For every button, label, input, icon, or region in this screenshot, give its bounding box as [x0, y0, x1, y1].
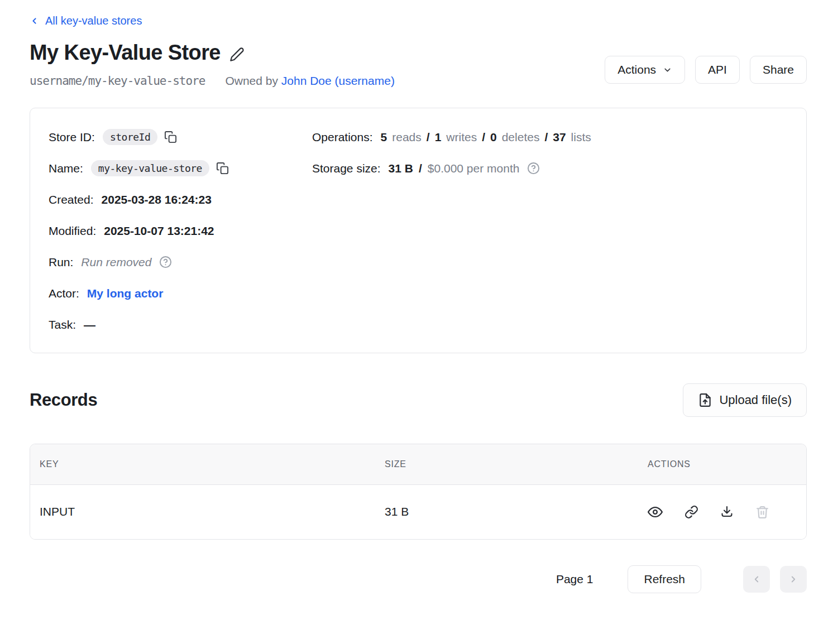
reads-label: reads: [392, 131, 422, 144]
eye-icon: [648, 504, 663, 520]
store-details-card: Store ID: storeId Name: my-key-value-sto…: [30, 108, 807, 353]
kv-store-detail-page: All key-value stores My Key-Value Store …: [0, 0, 833, 593]
link-icon: [684, 505, 698, 519]
separator: /: [544, 131, 548, 144]
operations-row: Operations: 5 reads / 1 writes / 0 delet…: [312, 122, 788, 153]
owned-by-label: Owned by: [225, 74, 278, 87]
task-value: —: [84, 318, 95, 331]
storage-size-value: 31 B: [389, 162, 413, 175]
task-row: Task: —: [49, 309, 312, 340]
delete-record-button[interactable]: [755, 505, 769, 519]
writes-count: 1: [435, 131, 442, 144]
writes-label: writes: [446, 131, 477, 144]
copy-icon: [164, 131, 177, 143]
back-link[interactable]: All key-value stores: [30, 15, 142, 27]
copy-store-id-button[interactable]: [164, 131, 177, 143]
record-actions: [648, 504, 769, 520]
trash-icon: [755, 505, 769, 519]
subtitle-row: username/my-key-value-store Owned by Joh…: [30, 74, 395, 88]
records-heading: Records: [30, 390, 97, 410]
title-block: My Key-Value Store username/my-key-value…: [30, 40, 395, 88]
copy-icon: [216, 162, 229, 175]
chevron-left-icon: [30, 16, 39, 26]
records-section-header: Records Upload file(s): [30, 383, 807, 417]
modified-label: Modified:: [49, 224, 96, 238]
table-row: INPUT 31 B: [30, 485, 806, 539]
name-value: my-key-value-store: [91, 160, 209, 176]
store-id-label: Store ID:: [49, 131, 95, 144]
records-table: KEY SIZE ACTIONS INPUT 31 B: [30, 444, 807, 540]
name-row: Name: my-key-value-store: [49, 153, 312, 184]
run-value: Run removed: [81, 256, 151, 269]
details-left-column: Store ID: storeId Name: my-key-value-sto…: [49, 122, 312, 340]
actions-button-label: Actions: [617, 63, 656, 76]
actor-link[interactable]: My long actor: [87, 287, 164, 300]
refresh-button[interactable]: Refresh: [628, 565, 701, 593]
store-path: username/my-key-value-store: [30, 74, 205, 88]
copy-name-button[interactable]: [216, 162, 229, 175]
back-link-label: All key-value stores: [45, 15, 142, 27]
created-label: Created:: [49, 193, 94, 206]
separator: /: [427, 131, 430, 144]
table-header-row: KEY SIZE ACTIONS: [30, 444, 806, 485]
details-right-column: Operations: 5 reads / 1 writes / 0 delet…: [312, 122, 788, 184]
run-row: Run: Run removed: [49, 247, 312, 278]
column-header-key: KEY: [40, 459, 385, 469]
pager: [743, 566, 807, 593]
header-buttons: Actions API Share: [605, 56, 807, 84]
name-label: Name:: [49, 162, 83, 175]
record-key: INPUT: [40, 505, 385, 518]
upload-files-button[interactable]: Upload file(s): [683, 383, 807, 417]
actor-row: Actor: My long actor: [49, 278, 312, 309]
pencil-icon[interactable]: [229, 47, 245, 62]
help-circle-icon[interactable]: [159, 256, 172, 268]
created-value: 2025-03-28 16:24:23: [102, 193, 212, 206]
run-label: Run:: [49, 256, 73, 269]
column-header-size: SIZE: [385, 459, 638, 469]
header-row: My Key-Value Store username/my-key-value…: [30, 40, 807, 88]
record-actions-cell: [638, 504, 806, 520]
operations-values: 5 reads / 1 writes / 0 deletes / 37 list…: [381, 131, 591, 144]
store-id-value: storeId: [103, 129, 157, 145]
operations-label: Operations:: [312, 131, 373, 144]
storage-size-label: Storage size:: [312, 162, 381, 175]
chevron-left-icon: [751, 574, 762, 584]
download-record-button[interactable]: [720, 505, 734, 518]
download-icon: [720, 505, 734, 518]
help-circle-icon[interactable]: [527, 162, 540, 175]
page-title-text: My Key-Value Store: [30, 40, 221, 66]
upload-files-label: Upload file(s): [719, 393, 792, 407]
separator: /: [482, 131, 485, 144]
chevron-down-icon: [663, 65, 672, 75]
lists-label: lists: [571, 131, 591, 144]
api-button[interactable]: API: [695, 56, 740, 84]
owner-link[interactable]: John Doe (username): [281, 74, 395, 87]
next-page-button[interactable]: [780, 566, 807, 593]
lists-count: 37: [553, 131, 566, 144]
page-title: My Key-Value Store: [30, 40, 395, 66]
owned-by: Owned by John Doe (username): [225, 74, 395, 88]
previous-page-button[interactable]: [743, 566, 770, 593]
page-indicator: Page 1: [556, 573, 593, 586]
reads-count: 5: [381, 131, 387, 144]
separator: /: [419, 162, 422, 175]
created-row: Created: 2025-03-28 16:24:23: [49, 184, 312, 215]
table-footer: Page 1 Refresh: [30, 565, 807, 593]
actions-button[interactable]: Actions: [605, 56, 685, 84]
record-size: 31 B: [385, 505, 638, 518]
store-id-row: Store ID: storeId: [49, 122, 312, 153]
storage-size-row: Storage size: 31 B / $0.000 per month: [312, 153, 788, 184]
preview-record-button[interactable]: [648, 504, 663, 520]
chevron-right-icon: [788, 574, 798, 584]
modified-value: 2025-10-07 13:21:42: [104, 224, 214, 238]
modified-row: Modified: 2025-10-07 13:21:42: [49, 215, 312, 247]
column-header-actions: ACTIONS: [638, 459, 806, 469]
storage-cost: $0.000 per month: [428, 162, 520, 175]
task-label: Task:: [49, 318, 76, 331]
file-upload-icon: [698, 393, 712, 407]
share-button[interactable]: Share: [750, 56, 807, 84]
deletes-label: deletes: [502, 131, 540, 144]
deletes-count: 0: [490, 131, 497, 144]
actor-label: Actor:: [49, 287, 79, 300]
record-link-button[interactable]: [684, 505, 698, 519]
